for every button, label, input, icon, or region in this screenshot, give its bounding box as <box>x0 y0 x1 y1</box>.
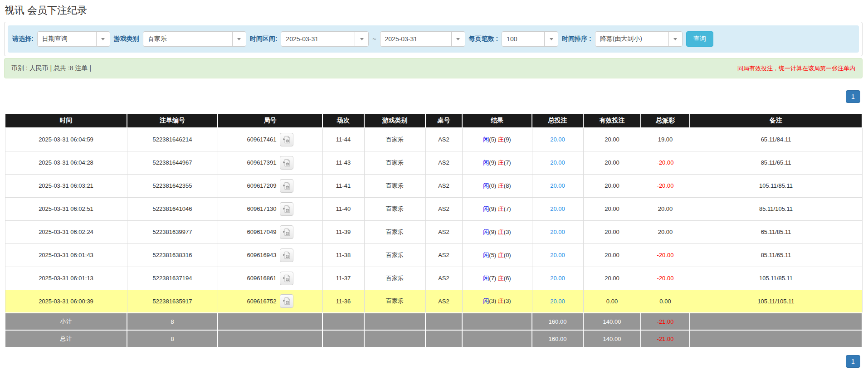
cell-time: 2025-03-31 06:02:51 <box>5 197 127 220</box>
cell-total-bet[interactable]: 20.00 <box>532 151 583 174</box>
cell-table-no: AS2 <box>425 197 462 220</box>
cell-table-no: AS2 <box>425 174 462 197</box>
chevron-down-icon[interactable] <box>544 32 558 46</box>
cell-time: 2025-03-31 06:04:59 <box>5 128 127 151</box>
result-player-score: (5) <box>489 252 496 258</box>
chevron-down-icon[interactable] <box>668 32 682 46</box>
filter-bar: 请选择: 日期查询 游戏类别 百家乐 时间区间: 2025-03-31 ~ 20… <box>8 25 859 53</box>
cell-table-no: AS2 <box>425 243 462 267</box>
col-valid-bet: 有效投注 <box>583 113 641 128</box>
col-game-type: 游戏类别 <box>364 113 425 128</box>
video-replay-button[interactable] <box>280 179 293 193</box>
sort-order-select[interactable]: 降冪(由大到小) <box>595 31 683 47</box>
video-replay-button[interactable] <box>280 133 293 146</box>
cell-table-no: AS2 <box>425 128 462 151</box>
col-session: 场次 <box>322 113 364 128</box>
total-row: 总计 8 160.00 140.00 -21.00 <box>5 330 862 347</box>
round-id-value: 609617461 <box>247 136 276 143</box>
cell-bet-id: 522381646214 <box>127 128 218 151</box>
result-banker: 庄 <box>498 297 504 304</box>
cell-valid-bet: 20.00 <box>583 151 641 174</box>
cell-payout: -20.00 <box>641 267 690 290</box>
cell-total-bet[interactable]: 20.00 <box>532 220 583 243</box>
cell-round-id: 609617049 <box>218 220 322 243</box>
video-replay-button[interactable] <box>280 272 293 285</box>
cell-table-no: AS2 <box>425 267 462 290</box>
cell-remark: 65.11/84.11 <box>690 128 862 151</box>
cell-total-bet[interactable]: 20.00 <box>532 267 583 290</box>
cell-game-type: 百家乐 <box>364 128 425 151</box>
cell-result: 闲(9) 庄(3) <box>462 220 532 243</box>
col-bet-id: 注单编号 <box>127 113 218 128</box>
result-player-score: (9) <box>489 205 496 212</box>
cell-session: 11-37 <box>322 267 364 290</box>
cell-total-bet[interactable]: 20.00 <box>532 290 583 313</box>
page-1-button[interactable]: 1 <box>846 355 860 368</box>
film-icon <box>283 251 291 259</box>
cell-result: 闲(9) 庄(7) <box>462 151 532 174</box>
empty-cell <box>462 330 532 347</box>
cell-valid-bet: 20.00 <box>583 128 641 151</box>
chevron-down-icon[interactable] <box>451 32 465 46</box>
query-type-select[interactable]: 日期查询 <box>37 31 110 47</box>
cell-total-bet[interactable]: 20.00 <box>532 128 583 151</box>
cell-table-no: AS2 <box>425 220 462 243</box>
result-player: 闲 <box>483 297 489 304</box>
chevron-down-icon[interactable] <box>355 32 368 46</box>
col-round-id: 局号 <box>218 113 322 128</box>
video-replay-button[interactable] <box>280 248 293 262</box>
sort-order-label: 时间排序 : <box>562 35 591 43</box>
result-banker-score: (3) <box>504 229 511 235</box>
cell-game-type: 百家乐 <box>364 220 425 243</box>
round-id-value: 609616943 <box>247 252 276 258</box>
table-row: 2025-03-31 06:04:28 522381644967 6096173… <box>5 151 862 174</box>
cell-round-id: 609616943 <box>218 243 322 267</box>
cell-total-bet[interactable]: 20.00 <box>532 174 583 197</box>
cell-valid-bet: 20.00 <box>583 174 641 197</box>
bet-records-table: 时间 注单编号 局号 场次 游戏类别 桌号 结果 总投注 有效投注 总派彩 备注… <box>5 113 863 348</box>
cell-total-bet[interactable]: 20.00 <box>532 243 583 267</box>
date-to-select[interactable]: 2025-03-31 <box>380 31 465 47</box>
cell-game-type: 百家乐 <box>364 151 425 174</box>
cell-round-id: 609617209 <box>218 174 322 197</box>
result-banker: 庄 <box>498 275 504 282</box>
video-replay-button[interactable] <box>280 156 293 170</box>
search-button[interactable]: 查询 <box>686 31 713 47</box>
cell-table-no: AS2 <box>425 290 462 313</box>
film-icon <box>283 297 291 305</box>
cell-time: 2025-03-31 06:01:43 <box>5 243 127 267</box>
cell-result: 闲(0) 庄(8) <box>462 174 532 197</box>
result-player-score: (5) <box>489 136 496 143</box>
query-type-value: 日期查询 <box>38 32 96 46</box>
page-1-button[interactable]: 1 <box>846 90 860 103</box>
cell-payout: -20.00 <box>641 151 690 174</box>
cell-remark: 105.11/85.11 <box>690 267 862 290</box>
result-player-score: (0) <box>489 182 496 189</box>
empty-cell <box>218 313 322 330</box>
video-replay-button[interactable] <box>280 202 293 216</box>
total-valid-bet: 140.00 <box>583 330 641 347</box>
cell-valid-bet: 0.00 <box>583 290 641 313</box>
result-banker-score: (3) <box>504 297 511 304</box>
video-replay-button[interactable] <box>280 225 293 239</box>
page-size-select[interactable]: 100 <box>502 31 558 47</box>
empty-cell <box>425 330 462 347</box>
date-from-value: 2025-03-31 <box>281 32 355 46</box>
cell-payout: 0.00 <box>641 290 690 313</box>
game-type-select[interactable]: 百家乐 <box>143 31 246 47</box>
chevron-down-icon[interactable] <box>232 32 246 46</box>
video-replay-button[interactable] <box>280 294 293 308</box>
col-table-no: 桌号 <box>425 113 462 128</box>
chevron-down-icon[interactable] <box>96 32 110 46</box>
cell-valid-bet: 20.00 <box>583 243 641 267</box>
result-banker: 庄 <box>498 159 504 166</box>
cell-valid-bet: 20.00 <box>583 220 641 243</box>
result-banker: 庄 <box>498 205 504 212</box>
table-row: 2025-03-31 06:01:43 522381638316 6096169… <box>5 243 862 267</box>
result-banker-score: (6) <box>504 275 511 282</box>
date-from-select[interactable]: 2025-03-31 <box>281 31 369 47</box>
cell-payout: -20.00 <box>641 174 690 197</box>
cell-total-bet[interactable]: 20.00 <box>532 197 583 220</box>
cell-time: 2025-03-31 06:02:24 <box>5 220 127 243</box>
cell-time: 2025-03-31 06:00:39 <box>5 290 127 313</box>
